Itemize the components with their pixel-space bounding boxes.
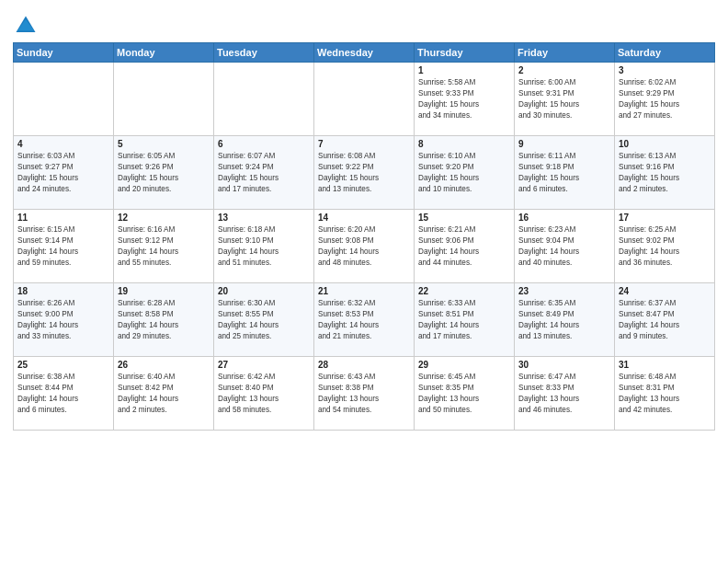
day-info: Sunrise: 6:48 AM Sunset: 8:31 PM Dayligh… xyxy=(619,372,711,416)
day-cell: 3Sunrise: 6:02 AM Sunset: 9:29 PM Daylig… xyxy=(615,63,715,136)
day-info: Sunrise: 6:35 AM Sunset: 8:49 PM Dayligh… xyxy=(518,298,610,342)
day-cell: 22Sunrise: 6:33 AM Sunset: 8:51 PM Dayli… xyxy=(415,283,515,357)
day-cell: 31Sunrise: 6:48 AM Sunset: 8:31 PM Dayli… xyxy=(615,357,715,431)
day-number: 24 xyxy=(619,286,711,296)
week-row-5: 25Sunrise: 6:38 AM Sunset: 8:44 PM Dayli… xyxy=(14,357,715,431)
weekday-header-friday: Friday xyxy=(515,43,615,63)
calendar-body: 1Sunrise: 5:58 AM Sunset: 9:33 PM Daylig… xyxy=(14,63,715,431)
day-cell: 23Sunrise: 6:35 AM Sunset: 8:49 PM Dayli… xyxy=(515,283,615,357)
day-cell xyxy=(14,63,114,136)
day-number: 21 xyxy=(318,286,410,296)
day-cell: 6Sunrise: 6:07 AM Sunset: 9:24 PM Daylig… xyxy=(214,136,314,210)
day-number: 31 xyxy=(619,360,711,370)
logo xyxy=(13,9,42,39)
weekday-header-sunday: Sunday xyxy=(14,43,114,63)
day-number: 6 xyxy=(218,139,310,149)
day-cell: 14Sunrise: 6:20 AM Sunset: 9:08 PM Dayli… xyxy=(314,210,415,283)
day-cell: 25Sunrise: 6:38 AM Sunset: 8:44 PM Dayli… xyxy=(14,357,114,431)
day-number: 19 xyxy=(118,286,210,296)
day-info: Sunrise: 6:30 AM Sunset: 8:55 PM Dayligh… xyxy=(218,298,310,342)
day-info: Sunrise: 6:26 AM Sunset: 9:00 PM Dayligh… xyxy=(17,298,109,342)
day-info: Sunrise: 6:08 AM Sunset: 9:22 PM Dayligh… xyxy=(318,151,410,195)
day-number: 27 xyxy=(218,360,310,370)
day-info: Sunrise: 6:10 AM Sunset: 9:20 PM Dayligh… xyxy=(418,151,510,195)
day-info: Sunrise: 6:11 AM Sunset: 9:18 PM Dayligh… xyxy=(518,151,610,195)
day-number: 22 xyxy=(418,286,510,296)
day-number: 3 xyxy=(619,65,711,75)
day-cell: 19Sunrise: 6:28 AM Sunset: 8:58 PM Dayli… xyxy=(114,283,214,357)
day-cell: 1Sunrise: 5:58 AM Sunset: 9:33 PM Daylig… xyxy=(415,63,515,136)
day-info: Sunrise: 6:21 AM Sunset: 9:06 PM Dayligh… xyxy=(418,224,510,269)
day-cell: 27Sunrise: 6:42 AM Sunset: 8:40 PM Dayli… xyxy=(214,357,314,431)
day-number: 23 xyxy=(518,286,610,296)
day-info: Sunrise: 6:37 AM Sunset: 8:47 PM Dayligh… xyxy=(619,298,711,342)
day-number: 5 xyxy=(118,139,210,149)
day-cell xyxy=(214,63,314,136)
day-cell: 15Sunrise: 6:21 AM Sunset: 9:06 PM Dayli… xyxy=(415,210,515,283)
weekday-header-wednesday: Wednesday xyxy=(314,43,415,63)
calendar: SundayMondayTuesdayWednesdayThursdayFrid… xyxy=(13,42,715,431)
day-cell: 30Sunrise: 6:47 AM Sunset: 8:33 PM Dayli… xyxy=(515,357,615,431)
day-info: Sunrise: 6:07 AM Sunset: 9:24 PM Dayligh… xyxy=(218,151,310,195)
day-cell: 21Sunrise: 6:32 AM Sunset: 8:53 PM Dayli… xyxy=(314,283,415,357)
day-number: 25 xyxy=(17,360,109,370)
day-info: Sunrise: 6:13 AM Sunset: 9:16 PM Dayligh… xyxy=(619,151,711,195)
day-info: Sunrise: 6:18 AM Sunset: 9:10 PM Dayligh… xyxy=(218,224,310,269)
day-cell xyxy=(114,63,214,136)
day-info: Sunrise: 6:00 AM Sunset: 9:31 PM Dayligh… xyxy=(518,77,610,121)
page: SundayMondayTuesdayWednesdayThursdayFrid… xyxy=(0,0,728,563)
day-number: 14 xyxy=(318,213,410,223)
day-number: 29 xyxy=(418,360,510,370)
weekday-header-tuesday: Tuesday xyxy=(214,43,314,63)
week-row-4: 18Sunrise: 6:26 AM Sunset: 9:00 PM Dayli… xyxy=(14,283,715,357)
day-number: 9 xyxy=(518,139,610,149)
day-cell: 12Sunrise: 6:16 AM Sunset: 9:12 PM Dayli… xyxy=(114,210,214,283)
day-cell: 29Sunrise: 6:45 AM Sunset: 8:35 PM Dayli… xyxy=(415,357,515,431)
day-info: Sunrise: 6:33 AM Sunset: 8:51 PM Dayligh… xyxy=(418,298,510,342)
day-info: Sunrise: 6:15 AM Sunset: 9:14 PM Dayligh… xyxy=(17,224,109,269)
day-cell: 11Sunrise: 6:15 AM Sunset: 9:14 PM Dayli… xyxy=(14,210,114,283)
calendar-header: SundayMondayTuesdayWednesdayThursdayFrid… xyxy=(14,43,715,63)
day-info: Sunrise: 6:20 AM Sunset: 9:08 PM Dayligh… xyxy=(318,224,410,269)
day-info: Sunrise: 6:25 AM Sunset: 9:02 PM Dayligh… xyxy=(619,224,711,269)
day-number: 17 xyxy=(619,213,711,223)
day-info: Sunrise: 6:23 AM Sunset: 9:04 PM Dayligh… xyxy=(518,224,610,269)
day-info: Sunrise: 6:32 AM Sunset: 8:53 PM Dayligh… xyxy=(318,298,410,342)
day-info: Sunrise: 6:16 AM Sunset: 9:12 PM Dayligh… xyxy=(118,224,210,269)
day-number: 8 xyxy=(418,139,510,149)
day-cell: 24Sunrise: 6:37 AM Sunset: 8:47 PM Dayli… xyxy=(615,283,715,357)
weekday-header-saturday: Saturday xyxy=(615,43,715,63)
day-number: 26 xyxy=(118,360,210,370)
day-number: 12 xyxy=(118,213,210,223)
svg-marker-1 xyxy=(17,19,34,31)
day-number: 30 xyxy=(518,360,610,370)
day-number: 2 xyxy=(518,65,610,75)
day-cell: 7Sunrise: 6:08 AM Sunset: 9:22 PM Daylig… xyxy=(314,136,415,210)
week-row-2: 4Sunrise: 6:03 AM Sunset: 9:27 PM Daylig… xyxy=(14,136,715,210)
day-number: 7 xyxy=(318,139,410,149)
week-row-3: 11Sunrise: 6:15 AM Sunset: 9:14 PM Dayli… xyxy=(14,210,715,283)
day-number: 20 xyxy=(218,286,310,296)
day-cell: 18Sunrise: 6:26 AM Sunset: 9:00 PM Dayli… xyxy=(14,283,114,357)
day-number: 10 xyxy=(619,139,711,149)
day-number: 13 xyxy=(218,213,310,223)
day-cell: 9Sunrise: 6:11 AM Sunset: 9:18 PM Daylig… xyxy=(515,136,615,210)
logo-icon xyxy=(13,13,39,39)
day-cell: 26Sunrise: 6:40 AM Sunset: 8:42 PM Dayli… xyxy=(114,357,214,431)
day-cell: 17Sunrise: 6:25 AM Sunset: 9:02 PM Dayli… xyxy=(615,210,715,283)
day-info: Sunrise: 6:38 AM Sunset: 8:44 PM Dayligh… xyxy=(17,372,109,416)
day-info: Sunrise: 6:28 AM Sunset: 8:58 PM Dayligh… xyxy=(118,298,210,342)
day-info: Sunrise: 6:47 AM Sunset: 8:33 PM Dayligh… xyxy=(518,372,610,416)
day-cell: 20Sunrise: 6:30 AM Sunset: 8:55 PM Dayli… xyxy=(214,283,314,357)
day-number: 15 xyxy=(418,213,510,223)
day-cell: 10Sunrise: 6:13 AM Sunset: 9:16 PM Dayli… xyxy=(615,136,715,210)
day-info: Sunrise: 6:42 AM Sunset: 8:40 PM Dayligh… xyxy=(218,372,310,416)
day-info: Sunrise: 6:40 AM Sunset: 8:42 PM Dayligh… xyxy=(118,372,210,416)
day-info: Sunrise: 6:45 AM Sunset: 8:35 PM Dayligh… xyxy=(418,372,510,416)
weekday-row: SundayMondayTuesdayWednesdayThursdayFrid… xyxy=(14,43,715,63)
day-cell: 16Sunrise: 6:23 AM Sunset: 9:04 PM Dayli… xyxy=(515,210,615,283)
day-cell: 2Sunrise: 6:00 AM Sunset: 9:31 PM Daylig… xyxy=(515,63,615,136)
day-number: 4 xyxy=(17,139,109,149)
day-info: Sunrise: 6:43 AM Sunset: 8:38 PM Dayligh… xyxy=(318,372,410,416)
weekday-header-monday: Monday xyxy=(114,43,214,63)
